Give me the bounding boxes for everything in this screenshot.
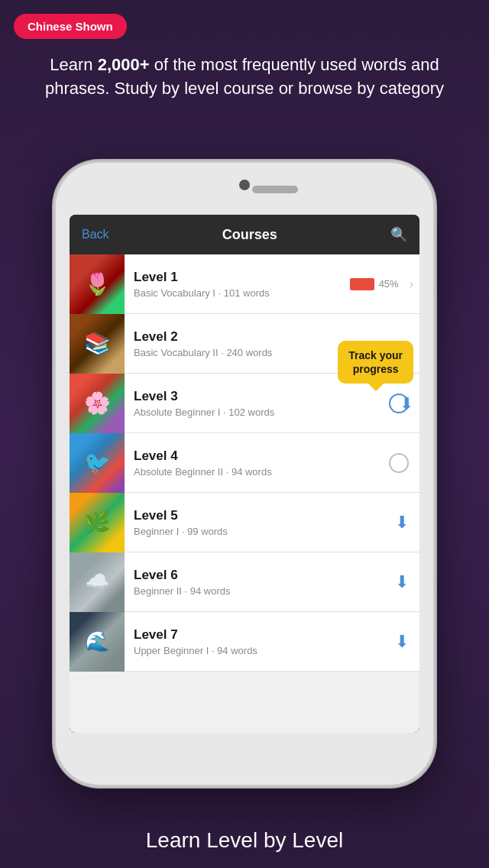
progress-bar: [350, 278, 374, 290]
course-info-4: Level 4 Absolute Beginner II · 94 words: [125, 449, 366, 478]
course-info-5: Level 5 Beginner I · 99 words: [125, 508, 366, 537]
side-button-power: [433, 300, 436, 361]
progress-bar-container: 45%: [350, 278, 399, 290]
progress-percent: 45%: [379, 278, 399, 290]
course-subtitle-5: Beginner I · 99 words: [134, 526, 357, 537]
course-subtitle-1: Basic Vocabulary I · 101 words: [134, 287, 347, 299]
download-icon-7[interactable]: ⬇: [395, 632, 409, 652]
course-item-level-4[interactable]: Level 4 Absolute Beginner II · 94 words: [70, 433, 419, 493]
headline-highlight: 2,000+: [98, 55, 150, 74]
course-action-1: 45%: [356, 278, 410, 290]
course-thumb-3: [70, 374, 125, 433]
course-title-4: Level 4: [134, 449, 357, 464]
course-title-1: Level 1: [134, 270, 347, 285]
course-info-2: Level 2 Basic Vocabulary II · 240 words: [125, 329, 366, 358]
tooltip-bubble: Track yourprogress: [338, 341, 413, 384]
side-button-vol-down: [53, 338, 56, 381]
course-thumb-2: [70, 314, 125, 374]
download-icon-6[interactable]: ⬇: [395, 572, 409, 592]
course-subtitle-3: Absolute Beginner I · 102 words: [134, 406, 357, 418]
tooltip-wrapper: Track yourprogress ⬇: [338, 341, 413, 414]
tooltip-download-icon[interactable]: ⬇: [338, 394, 413, 414]
chinese-shown-badge: Chinese Shown: [14, 14, 127, 39]
headline-text: Learn 2,000+ of the most frequently used…: [0, 53, 489, 101]
course-title-3: Level 3: [134, 389, 357, 404]
course-subtitle-4: Absolute Beginner II · 94 words: [134, 466, 357, 478]
phone-mockup: Back Courses 🔍 Level 1 Basic Vocabulary …: [53, 160, 436, 787]
course-thumb-1: [70, 254, 125, 314]
course-item-level-6[interactable]: Level 6 Beginner II · 94 words ⬇: [70, 552, 419, 612]
headline-pre: Learn: [50, 55, 97, 74]
course-subtitle-2: Basic Vocabulary II · 240 words: [134, 347, 357, 358]
course-title-2: Level 2: [134, 329, 357, 345]
circle-gray-icon[interactable]: [389, 453, 409, 473]
nav-bar: Back Courses 🔍: [70, 215, 419, 254]
camera: [239, 180, 250, 190]
course-info-6: Level 6 Beginner II · 94 words: [125, 568, 366, 597]
course-title-6: Level 6: [134, 568, 357, 583]
course-action-7[interactable]: ⬇: [366, 632, 419, 652]
course-action-6[interactable]: ⬇: [366, 572, 419, 592]
course-action-4[interactable]: [366, 453, 419, 473]
search-icon[interactable]: 🔍: [390, 226, 407, 243]
course-title-7: Level 7: [134, 627, 357, 643]
chevron-right-icon: ›: [410, 277, 419, 291]
course-list: Level 1 Basic Vocabulary I · 101 words 4…: [70, 254, 419, 733]
course-action-5[interactable]: ⬇: [366, 513, 419, 533]
course-item-level-5[interactable]: Level 5 Beginner I · 99 words ⬇: [70, 493, 419, 552]
side-button-vol-up: [53, 289, 56, 331]
course-title-5: Level 5: [134, 508, 357, 523]
back-button[interactable]: Back: [82, 228, 109, 241]
course-thumb-6: [70, 552, 125, 612]
course-thumb-5: [70, 493, 125, 552]
nav-title: Courses: [222, 227, 277, 243]
course-thumb-4: [70, 433, 125, 493]
phone-outer: Back Courses 🔍 Level 1 Basic Vocabulary …: [53, 160, 436, 787]
course-info-3: Level 3 Absolute Beginner I · 102 words: [125, 389, 366, 418]
bottom-text: Learn Level by Level: [0, 828, 489, 853]
course-thumb-7: [70, 612, 125, 672]
speaker: [252, 186, 298, 193]
course-item-level-2[interactable]: Level 2 Basic Vocabulary II · 240 words …: [70, 314, 419, 374]
course-info-7: Level 7 Upper Beginner I · 94 words: [125, 627, 366, 656]
side-button-mute: [53, 254, 56, 281]
course-subtitle-7: Upper Beginner I · 94 words: [134, 645, 357, 656]
course-item-level-7[interactable]: Level 7 Upper Beginner I · 94 words ⬇: [70, 612, 419, 672]
course-info-1: Level 1 Basic Vocabulary I · 101 words: [125, 270, 356, 299]
phone-screen: Back Courses 🔍 Level 1 Basic Vocabulary …: [70, 215, 419, 733]
download-icon-5[interactable]: ⬇: [395, 513, 409, 533]
course-item-level-1[interactable]: Level 1 Basic Vocabulary I · 101 words 4…: [70, 254, 419, 314]
course-subtitle-6: Beginner II · 94 words: [134, 585, 357, 597]
